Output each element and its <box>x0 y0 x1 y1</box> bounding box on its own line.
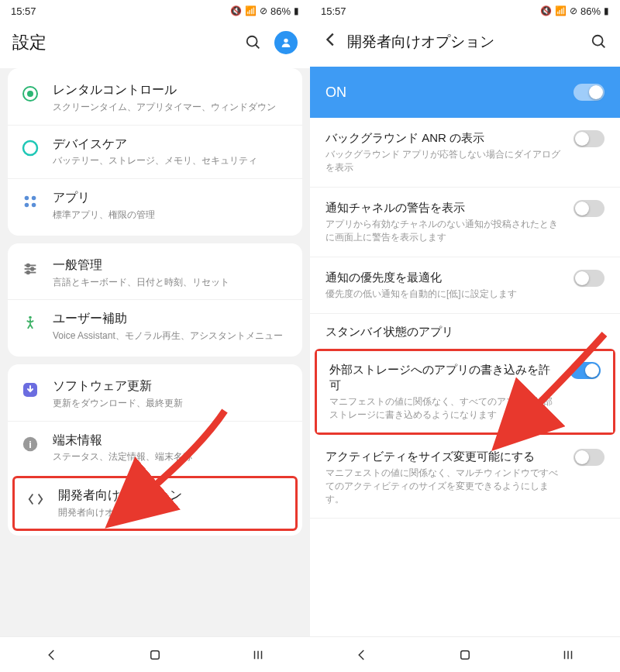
nav-recent[interactable] <box>559 646 577 664</box>
svg-point-5 <box>23 141 37 155</box>
mute-icon: 🔇 <box>540 5 552 16</box>
toggle[interactable] <box>574 200 604 217</box>
toggle[interactable] <box>570 362 601 379</box>
svg-text:i: i <box>29 438 32 450</box>
dev-row-resizable[interactable]: アクティビティをサイズ変更可能にする マニフェストの値に関係なく、マルチウィンド… <box>310 436 620 519</box>
setting-sub: 標準アプリ、権限の管理 <box>53 208 290 222</box>
phone-settings: 15:57 🔇 📶 ⊘ 86% ▮ 設定 レンタルコントロール <box>0 0 310 672</box>
setting-title: デバイスケア <box>53 136 290 153</box>
dev-sub: 優先度の低い通知を自動的に[低]に設定します <box>326 288 564 301</box>
dev-row-anr[interactable]: バックグラウンド ANR の表示 バックグラウンド アプリが応答しない場合にダイ… <box>310 118 620 188</box>
page-title: 開発者向けオプション <box>347 32 494 52</box>
status-time: 15:57 <box>321 5 346 17</box>
setting-sub: ステータス、法定情報、端末名称 <box>53 450 290 464</box>
update-icon <box>20 380 40 400</box>
setting-general[interactable]: 一般管理 言語とキーボード、日付と時刻、リセット <box>8 246 302 300</box>
svg-point-16 <box>29 316 32 319</box>
svg-point-14 <box>31 267 34 271</box>
setting-sub: 更新をダウンロード、最終更新 <box>53 397 290 410</box>
general-icon <box>20 259 40 279</box>
highlight-box: 外部ストレージへのアプリの書き込みを許可 マニフェストの値に関係なく、すべてのア… <box>315 349 615 435</box>
setting-sub: スクリーンタイム、アプリタイマー、ウィンドダウン <box>53 101 290 114</box>
svg-line-1 <box>256 45 260 49</box>
setting-developer[interactable]: 開発者向けオプション 開発者向けオプション <box>15 478 295 529</box>
on-label: ON <box>326 84 346 101</box>
no-data-icon: ⊘ <box>260 5 267 16</box>
svg-point-8 <box>25 203 29 208</box>
wifi-icon: 📶 <box>245 5 257 16</box>
dev-sub: マニフェストの値に関係なく、すべてのアプリを外部ストレージに書き込めるようになり… <box>329 395 560 422</box>
svg-point-7 <box>32 196 36 200</box>
setting-accessibility[interactable]: ユーザー補助 Voice Assistant、モノラル再生、アシスタントメニュー <box>8 299 302 353</box>
setting-title: ユーザー補助 <box>53 311 290 327</box>
setting-sub: Voice Assistant、モノラル再生、アシスタントメニュー <box>53 329 290 343</box>
dev-title: 通知チャネルの警告を表示 <box>326 200 564 215</box>
section-standby[interactable]: スタンバイ状態のアプリ <box>310 314 620 347</box>
parental-icon <box>20 84 40 104</box>
setting-sub: バッテリー、ストレージ、メモリ、セキュリティ <box>53 154 290 167</box>
dev-title: 外部ストレージへのアプリの書き込みを許可 <box>329 362 560 394</box>
back-button[interactable] <box>322 31 339 53</box>
search-icon[interactable] <box>591 33 608 50</box>
dev-icon <box>26 489 46 509</box>
mute-icon: 🔇 <box>230 5 242 16</box>
nav-recent[interactable] <box>249 646 267 664</box>
devoptions-list: ON バックグラウンド ANR の表示 バックグラウンド アプリが応答しない場合… <box>310 67 620 636</box>
svg-point-2 <box>284 39 288 43</box>
setting-title: レンタルコントロール <box>53 82 290 98</box>
status-right: 🔇 📶 ⊘ 86% ▮ <box>540 5 609 17</box>
toggle[interactable] <box>574 270 604 287</box>
devoptions-header: 開発者向けオプション <box>310 22 620 67</box>
settings-list: レンタルコントロール スクリーンタイム、アプリタイマー、ウィンドダウン デバイス… <box>0 68 310 636</box>
accessibility-icon <box>20 312 40 333</box>
dev-row-priority[interactable]: 通知の優先度を最適化 優先度の低い通知を自動的に[低]に設定します <box>310 257 620 314</box>
svg-point-6 <box>25 196 29 200</box>
setting-title: 開発者向けオプション <box>58 488 284 504</box>
toggle[interactable] <box>574 130 604 147</box>
master-toggle[interactable] <box>574 84 604 101</box>
dev-title: アクティビティをサイズ変更可能にする <box>326 449 564 464</box>
svg-rect-20 <box>151 650 160 659</box>
settings-group: ソフトウェア更新 更新をダウンロード、最終更新 i 端末情報 ステータス、法定情… <box>8 364 302 536</box>
dev-title: バックグラウンド ANR の表示 <box>326 130 564 146</box>
page-title: 設定 <box>12 31 46 54</box>
svg-point-13 <box>26 264 29 267</box>
nav-home[interactable] <box>456 646 474 664</box>
svg-point-0 <box>247 36 257 47</box>
toggle[interactable] <box>574 449 604 466</box>
master-toggle-bar[interactable]: ON <box>310 67 620 118</box>
setting-parental[interactable]: レンタルコントロール スクリーンタイム、アプリタイマー、ウィンドダウン <box>8 71 302 125</box>
navbar <box>0 636 310 672</box>
battery-percent: 86% <box>580 5 601 17</box>
navbar <box>310 636 620 672</box>
svg-point-9 <box>32 203 36 208</box>
phone-devoptions: 15:57 🔇 📶 ⊘ 86% ▮ 開発者向けオプション ON バックグ <box>310 0 620 672</box>
statusbar: 15:57 🔇 📶 ⊘ 86% ▮ <box>0 0 310 22</box>
setting-title: 一般管理 <box>53 257 290 274</box>
setting-apps[interactable]: アプリ 標準アプリ、権限の管理 <box>8 178 302 233</box>
settings-group: レンタルコントロール スクリーンタイム、アプリタイマー、ウィンドダウン デバイス… <box>8 68 302 236</box>
no-data-icon: ⊘ <box>570 5 577 16</box>
highlight-box: 開発者向けオプション 開発者向けオプション <box>12 476 298 531</box>
battery-percent: 86% <box>270 5 291 17</box>
setting-title: アプリ <box>53 190 290 206</box>
account-avatar[interactable] <box>274 31 298 54</box>
battery-icon: ▮ <box>294 5 299 16</box>
nav-back[interactable] <box>43 646 61 664</box>
dev-sub: バックグラウンド アプリが応答しない場合にダイアログを表示 <box>326 148 564 174</box>
dev-sub: マニフェストの値に関係なく、マルチウィンドウですべてのアクティビティのサイズを変… <box>326 467 564 505</box>
nav-back[interactable] <box>353 646 371 664</box>
settings-header: 設定 <box>0 22 310 68</box>
svg-point-4 <box>27 91 33 97</box>
nav-home[interactable] <box>146 646 164 664</box>
setting-devicecare[interactable]: デバイスケア バッテリー、ストレージ、メモリ、セキュリティ <box>8 125 302 179</box>
dev-sub: アプリから有効なチャネルのない通知が投稿されたときに画面上に警告を表示します <box>326 218 564 244</box>
settings-group: 一般管理 言語とキーボード、日付と時刻、リセット ユーザー補助 Voice As… <box>8 243 302 357</box>
status-right: 🔇 📶 ⊘ 86% ▮ <box>230 5 299 17</box>
setting-update[interactable]: ソフトウェア更新 更新をダウンロード、最終更新 <box>8 367 302 421</box>
devicecare-icon <box>20 138 40 158</box>
search-icon[interactable] <box>245 34 262 51</box>
dev-row-channel[interactable]: 通知チャネルの警告を表示 アプリから有効なチャネルのない通知が投稿されたときに画… <box>310 188 620 257</box>
setting-about[interactable]: i 端末情報 ステータス、法定情報、端末名称 <box>8 421 302 475</box>
dev-row-external-storage[interactable]: 外部ストレージへのアプリの書き込みを許可 マニフェストの値に関係なく、すべてのア… <box>317 351 613 432</box>
